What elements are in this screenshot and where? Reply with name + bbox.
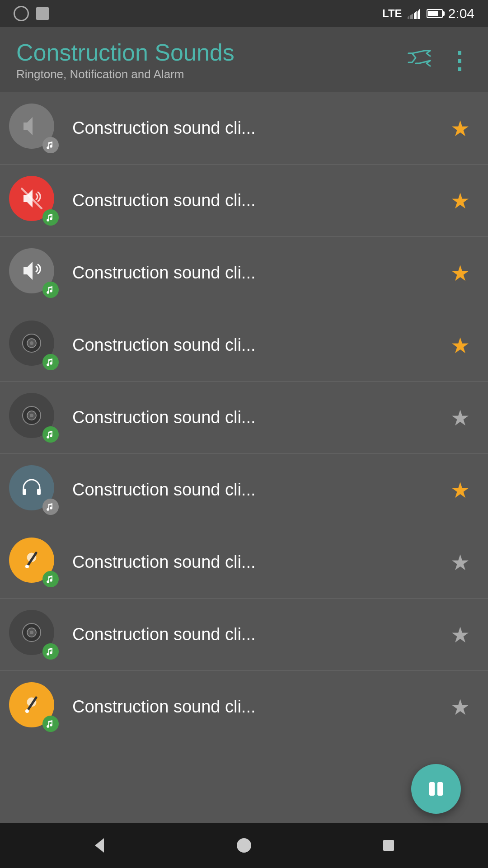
signal-icon	[408, 7, 421, 20]
favorite-button[interactable]: ★	[446, 693, 474, 722]
item-icon-wrap	[9, 682, 59, 732]
music-badge	[42, 137, 59, 153]
svg-point-21	[25, 709, 29, 713]
item-title: Construction sound cli...	[72, 625, 446, 644]
list-item[interactable]: Construction sound cli... ★	[0, 599, 488, 671]
list-item[interactable]: Construction sound cli... ★	[0, 237, 488, 309]
app-subtitle: Ringtone, Notification and Alarm	[16, 67, 408, 81]
svg-marker-3	[408, 15, 409, 19]
list-item[interactable]: Construction sound cli... ★	[0, 309, 488, 382]
svg-rect-26	[383, 840, 394, 851]
status-bar: LTE 2:04	[0, 0, 488, 27]
item-title: Construction sound cli...	[72, 335, 446, 355]
music-badge	[42, 571, 59, 587]
svg-rect-22	[429, 782, 435, 796]
item-icon-wrap	[9, 104, 59, 153]
shuffle-button[interactable]	[408, 49, 431, 72]
svg-rect-12	[37, 489, 41, 495]
music-badge	[42, 426, 59, 443]
sim-icon	[36, 7, 49, 20]
favorite-button[interactable]: ★	[446, 114, 474, 143]
svg-point-15	[25, 565, 29, 568]
status-right-icons: LTE 2:04	[382, 6, 474, 21]
favorite-button[interactable]: ★	[446, 259, 474, 288]
favorite-button[interactable]: ★	[446, 476, 474, 505]
favorite-button[interactable]: ★	[446, 403, 474, 432]
music-badge	[42, 643, 59, 660]
app-title: Construction Sounds	[16, 40, 408, 66]
music-badge	[42, 209, 59, 226]
item-title: Construction sound cli...	[72, 552, 446, 572]
item-icon-wrap	[9, 321, 59, 370]
favorite-button[interactable]: ★	[446, 620, 474, 649]
item-title: Construction sound cli...	[72, 263, 446, 283]
header-title-area: Construction Sounds Ringtone, Notificati…	[16, 40, 408, 81]
status-time: 2:04	[448, 6, 474, 21]
item-icon-wrap	[9, 538, 59, 587]
recents-button[interactable]	[371, 832, 407, 859]
header-actions: ⋮	[408, 47, 472, 74]
svg-marker-1	[414, 11, 417, 19]
favorite-button[interactable]: ★	[446, 331, 474, 360]
item-icon-wrap	[9, 248, 59, 298]
svg-marker-2	[410, 14, 413, 19]
app-header: Construction Sounds Ringtone, Notificati…	[0, 27, 488, 92]
home-button[interactable]	[226, 832, 262, 859]
list-item[interactable]: Construction sound cli... ★	[0, 92, 488, 165]
svg-rect-23	[437, 782, 443, 796]
music-badge	[42, 716, 59, 732]
item-icon-wrap	[9, 393, 59, 443]
battery-icon	[427, 9, 443, 18]
list-item[interactable]: Construction sound cli... ★	[0, 165, 488, 237]
svg-point-10	[30, 414, 33, 417]
status-left-icons	[14, 6, 49, 21]
music-badge	[42, 354, 59, 370]
svg-marker-24	[95, 838, 104, 853]
item-title: Construction sound cli...	[72, 408, 446, 427]
back-button[interactable]	[81, 832, 117, 859]
item-icon-wrap	[9, 176, 59, 226]
record-status-icon	[14, 6, 29, 21]
favorite-button[interactable]: ★	[446, 548, 474, 577]
item-icon-wrap	[9, 610, 59, 660]
music-badge	[42, 282, 59, 298]
svg-point-25	[237, 838, 251, 853]
item-title: Construction sound cli...	[72, 118, 446, 138]
nav-bar	[0, 823, 488, 868]
pause-fab-button[interactable]	[411, 764, 461, 814]
sound-list: Construction sound cli... ★ Construction…	[0, 92, 488, 823]
list-item[interactable]: Construction sound cli... ★	[0, 454, 488, 526]
item-title: Construction sound cli...	[72, 191, 446, 210]
item-title: Construction sound cli...	[72, 480, 446, 500]
music-badge	[42, 499, 59, 515]
favorite-button[interactable]: ★	[446, 186, 474, 215]
list-item[interactable]: Construction sound cli... ★	[0, 671, 488, 743]
more-options-button[interactable]: ⋮	[447, 47, 472, 74]
list-item[interactable]: Construction sound cli... ★	[0, 382, 488, 454]
svg-point-7	[30, 341, 33, 345]
item-title: Construction sound cli...	[72, 697, 446, 717]
list-item[interactable]: Construction sound cli... ★	[0, 526, 488, 599]
svg-point-18	[30, 631, 33, 634]
svg-marker-0	[418, 8, 420, 19]
item-icon-wrap	[9, 465, 59, 515]
lte-label: LTE	[382, 7, 402, 20]
svg-rect-11	[23, 489, 26, 495]
